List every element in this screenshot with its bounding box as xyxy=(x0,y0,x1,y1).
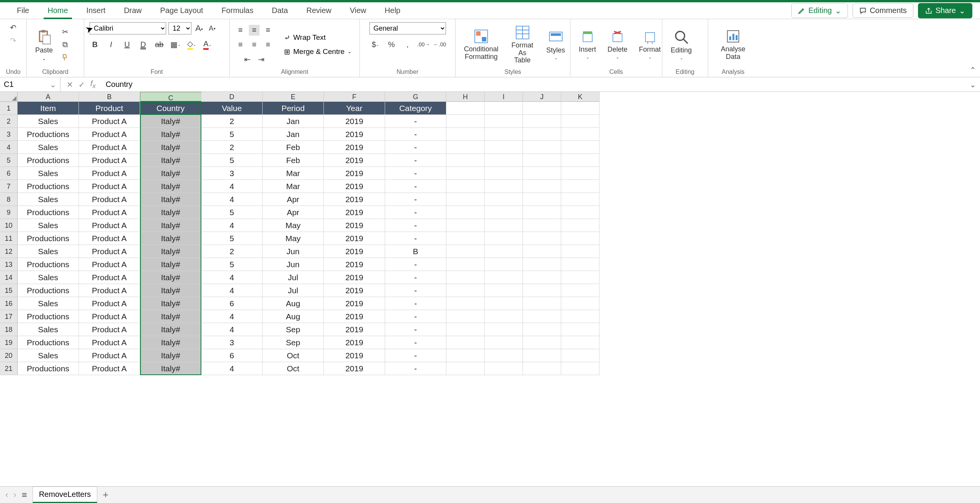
borders-button[interactable]: ▦⌄ xyxy=(170,39,181,50)
align-top-button[interactable]: ≡ xyxy=(235,25,246,36)
row-header[interactable]: 12 xyxy=(0,245,18,258)
cell[interactable]: Product A xyxy=(79,167,140,180)
cell[interactable]: - xyxy=(385,206,446,219)
cell[interactable]: Product A xyxy=(79,115,140,128)
cell[interactable]: Country xyxy=(140,102,201,115)
cell[interactable]: Sep xyxy=(263,323,324,336)
row-header[interactable]: 11 xyxy=(0,232,18,245)
cell[interactable] xyxy=(561,271,599,284)
cell[interactable] xyxy=(485,154,523,167)
cell[interactable] xyxy=(446,362,485,375)
cell[interactable]: Apr xyxy=(263,193,324,206)
cell[interactable]: Productions xyxy=(18,258,79,271)
increase-decimal-button[interactable]: .00→ xyxy=(418,39,429,50)
row-header[interactable]: 1 xyxy=(0,102,18,115)
cell[interactable]: 2019 xyxy=(324,232,385,245)
cell[interactable] xyxy=(561,206,599,219)
cell[interactable]: - xyxy=(385,154,446,167)
cell[interactable] xyxy=(446,141,485,154)
cell[interactable]: Product A xyxy=(79,284,140,297)
paste-button[interactable]: Paste ⌄ xyxy=(32,26,56,63)
row-header[interactable]: 19 xyxy=(0,336,18,349)
cell[interactable]: Mar xyxy=(263,180,324,193)
row-header[interactable]: 9 xyxy=(0,206,18,219)
cell[interactable] xyxy=(446,219,485,232)
editing-button[interactable]: Editing⌄ xyxy=(668,28,695,62)
comments-button[interactable]: Comments xyxy=(853,3,913,18)
share-button[interactable]: Share ⌄ xyxy=(918,3,972,18)
cell[interactable] xyxy=(561,167,599,180)
cell[interactable] xyxy=(485,284,523,297)
cell[interactable] xyxy=(561,180,599,193)
cell[interactable]: 2 xyxy=(201,115,263,128)
cell[interactable] xyxy=(446,258,485,271)
insert-button[interactable]: Insert⌄ xyxy=(576,29,599,61)
cell[interactable]: Jun xyxy=(263,258,324,271)
cell[interactable]: Sales xyxy=(18,141,79,154)
collapse-ribbon-button[interactable]: ⌃ xyxy=(970,65,976,75)
cell[interactable]: - xyxy=(385,232,446,245)
column-header[interactable]: J xyxy=(523,92,561,102)
cell[interactable] xyxy=(446,102,485,115)
cell[interactable]: Sep xyxy=(263,336,324,349)
cell[interactable] xyxy=(523,336,561,349)
cell[interactable]: Product A xyxy=(79,180,140,193)
cell[interactable] xyxy=(561,141,599,154)
cell[interactable] xyxy=(523,297,561,310)
cell[interactable] xyxy=(523,245,561,258)
row-header[interactable]: 17 xyxy=(0,310,18,323)
cell[interactable]: 4 xyxy=(201,271,263,284)
row-header[interactable]: 8 xyxy=(0,193,18,206)
cell[interactable] xyxy=(561,115,599,128)
row-header[interactable]: 4 xyxy=(0,141,18,154)
cell[interactable]: Year xyxy=(324,102,385,115)
cell[interactable] xyxy=(561,336,599,349)
delete-button[interactable]: Delete⌄ xyxy=(604,29,630,61)
cell[interactable]: 4 xyxy=(201,310,263,323)
cell[interactable]: - xyxy=(385,258,446,271)
fx-button[interactable]: fx xyxy=(90,79,96,90)
undo-button[interactable]: ↶ xyxy=(8,22,19,33)
cell[interactable]: Productions xyxy=(18,206,79,219)
cell[interactable]: Italy# xyxy=(140,219,201,232)
prev-sheet-button[interactable]: ‹ xyxy=(5,490,8,500)
column-header[interactable]: B xyxy=(79,92,140,102)
cell[interactable] xyxy=(561,193,599,206)
font-size-select[interactable]: 12 xyxy=(168,22,191,34)
cell[interactable] xyxy=(561,362,599,375)
cell[interactable] xyxy=(485,323,523,336)
cell[interactable]: Oct xyxy=(263,362,324,375)
cell[interactable]: Feb xyxy=(263,154,324,167)
cell[interactable] xyxy=(446,154,485,167)
fill-color-button[interactable]: ◇⌄ xyxy=(186,39,197,50)
cancel-formula-button[interactable]: ✕ xyxy=(67,80,73,89)
cell[interactable] xyxy=(446,167,485,180)
cell[interactable]: Sales xyxy=(18,297,79,310)
cell[interactable]: Productions xyxy=(18,310,79,323)
menu-tab-home[interactable]: Home xyxy=(38,2,77,19)
double-underline-button[interactable]: D xyxy=(138,39,149,50)
cell[interactable]: 4 xyxy=(201,323,263,336)
cell[interactable]: - xyxy=(385,349,446,362)
align-right-button[interactable]: ≡ xyxy=(263,39,273,50)
number-format-select[interactable]: General xyxy=(369,22,446,34)
cell[interactable]: Product A xyxy=(79,154,140,167)
cell[interactable] xyxy=(523,258,561,271)
cell[interactable]: Product A xyxy=(79,245,140,258)
align-center-button[interactable]: ≡ xyxy=(249,39,260,50)
cell[interactable] xyxy=(523,115,561,128)
cell[interactable]: - xyxy=(385,180,446,193)
cell[interactable] xyxy=(446,297,485,310)
cell[interactable] xyxy=(485,115,523,128)
cell[interactable]: Sales xyxy=(18,193,79,206)
cut-button[interactable]: ✂ xyxy=(60,26,70,37)
cell[interactable]: Product A xyxy=(79,219,140,232)
cell[interactable]: Italy# xyxy=(140,284,201,297)
column-header[interactable]: G xyxy=(385,92,446,102)
cell[interactable]: Italy# xyxy=(140,336,201,349)
cell[interactable]: 2019 xyxy=(324,167,385,180)
cell[interactable]: Italy# xyxy=(140,349,201,362)
cell[interactable]: Italy# xyxy=(140,167,201,180)
cell[interactable]: - xyxy=(385,310,446,323)
cell[interactable]: 5 xyxy=(201,232,263,245)
